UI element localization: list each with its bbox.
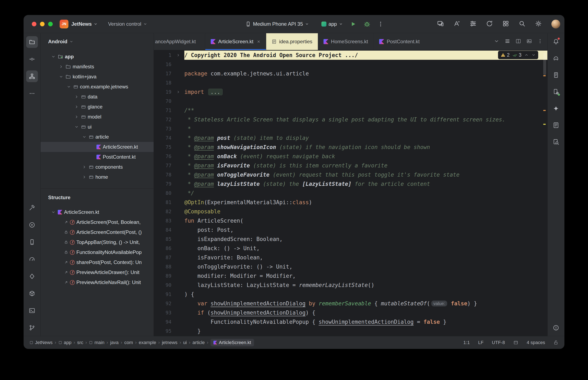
code-line-94[interactable]: 94 FunctionalityNotAvailablePopup { show… [154,317,547,326]
screenshot-button[interactable] [527,38,532,45]
tab-idea.properties[interactable]: idea.properties [266,33,318,50]
bell-button[interactable] [550,36,562,47]
code-line-70[interactable]: 70 [154,96,547,106]
zoom-window-button[interactable] [48,22,53,26]
code-line-82[interactable]: 82@Composable [154,207,547,216]
code-line-73[interactable]: 73 * [154,124,547,133]
sync-button[interactable] [486,20,493,28]
indent-setting[interactable]: 4 spaces [527,340,545,345]
breadcrumb-example[interactable]: example [139,340,156,345]
tab-PostContent.kt[interactable]: PostContent.kt [373,33,425,50]
code-line-84[interactable]: 84 post: Post, [154,225,547,234]
code-line-71[interactable]: 71/** [154,106,547,115]
code-line-77[interactable]: 77 * @param isFavorite (state) is this i… [154,161,547,170]
commit-button[interactable] [26,53,38,65]
code-line-79[interactable]: 79 * @param lazyListState (state) the [L… [154,179,547,189]
cursor-position[interactable]: 1:1 [463,340,470,345]
code-line-86[interactable]: 86 onBack: () -> Unit, [154,244,547,253]
code-line-76[interactable]: 76 * @param onBack (event) request navig… [154,152,547,161]
tree-item-glance[interactable]: glance [41,102,154,112]
ai-assistant-button[interactable] [453,20,460,28]
code-line-1[interactable]: 1/ Copyright 2020 The Android Open Sourc… [154,51,547,60]
breadcrumb-jetnews[interactable]: jetnews [162,340,178,345]
project-widget[interactable]: JetNews [71,21,98,27]
breadcrumb-java[interactable]: java [110,340,119,345]
plugins-button[interactable] [502,20,509,28]
tree-item-data[interactable]: data [41,92,154,102]
device-selector[interactable]: Medium Phone API 35 [245,21,309,27]
hammer-button[interactable] [26,202,38,214]
project-folder-button[interactable] [26,36,38,48]
structure-item-PreviewArticleDrawer(): Unit[interactable]: fPreviewArticleDrawer(): Unit [41,267,154,277]
settings-button[interactable] [535,20,542,28]
tree-item-ArticleScreen.kt[interactable]: ArticleScreen.kt [41,142,154,152]
debug-button[interactable] [364,21,370,27]
code-line-83[interactable]: 83fun ArticleScreen( [154,216,547,225]
tab-anceAppWidget.kt[interactable]: anceAppWidget.kt [154,33,205,50]
tree-item-manifests[interactable]: manifests [41,62,154,72]
structure-item-ArticleScreen(Post, Boolean,[interactable]: fArticleScreen(Post, Boolean, [41,217,154,227]
split-editor-button[interactable] [516,38,521,45]
git-branch-button[interactable] [26,322,38,334]
code-line-72[interactable]: 72 * Stateless Article Screen that displ… [154,115,547,124]
inspection-widget[interactable]: 2 3 [498,51,538,59]
breadcrumb-app[interactable]: app [58,340,72,345]
tree-item-ui[interactable]: ui [41,122,154,132]
device-phone-button[interactable] [26,236,38,248]
minimize-window-button[interactable] [40,22,44,26]
devices-button[interactable] [437,20,444,28]
breadcrumb-ArticleScreen.kt[interactable]: ArticleScreen.kt [210,339,254,346]
structure-item-ArticleScreen.kt[interactable]: ArticleScreen.kt [41,207,154,217]
fold-marker-icon[interactable] [171,90,184,94]
code-line-19[interactable]: 19import ... [154,87,547,96]
tree-item-article[interactable]: article [41,132,154,142]
structure-item-sharePost(Post, Context): Un[interactable]: fsharePost(Post, Context): Un [41,257,154,267]
structure-button[interactable] [26,70,38,82]
tree-item-app[interactable]: app [41,52,154,62]
previous-problem-icon[interactable] [524,53,528,57]
code-line-91[interactable]: 91) { [154,290,547,299]
line-ending[interactable]: LF [478,340,484,345]
run-config-selector[interactable]: app [322,21,343,27]
logcat-button[interactable] [550,119,562,131]
package-box-button[interactable] [26,288,38,299]
device-explorer-button[interactable] [550,69,562,81]
user-avatar[interactable] [551,20,560,28]
chevron-down-button[interactable] [494,38,499,45]
file-encoding[interactable]: UTF-8 [492,340,505,345]
code-line-88[interactable]: 88 onToggleFavorite: () -> Unit, [154,262,547,271]
structure-item-ArticleScreenContent(Post, ()[interactable]: fArticleScreenContent(Post, () [41,227,154,237]
editor-scrollbar[interactable] [543,53,546,75]
code-line-75[interactable]: 75 * @param showNavigationIcon (state) i… [154,143,547,152]
close-window-button[interactable] [32,22,36,26]
gradle-button[interactable] [550,53,562,64]
code-line-89[interactable]: 89 modifier: Modifier = Modifier, [154,271,547,281]
code-line-80[interactable]: 80 */ [154,189,547,198]
tab-HomeScreens.kt[interactable]: HomeScreens.kt [318,33,373,50]
code-line-85[interactable]: 85 isExpandedScreen: Boolean, [154,234,547,244]
filters-button[interactable] [470,20,476,28]
code-line-78[interactable]: 78 * @param onToggleFavorite (event) req… [154,170,547,179]
next-problem-icon[interactable] [531,53,536,57]
tree-item-home[interactable]: home [41,172,154,182]
close-icon[interactable] [257,40,261,43]
tree-item-PostContent.kt[interactable]: PostContent.kt [41,152,154,162]
more-actions-button[interactable] [378,21,384,27]
breadcrumb-JetNews[interactable]: JetNews [29,340,53,345]
structure-item-FunctionalityNotAvailablePop[interactable]: fFunctionalityNotAvailablePop [41,247,154,257]
more-vert-button[interactable] [537,38,543,45]
structure-item-PreviewArticleNavRail(): Unit[interactable]: fPreviewArticleNavRail(): Unit [41,277,154,287]
tree-item-model[interactable]: model [41,112,154,122]
code-line-87[interactable]: 87 isFavorite: Boolean, [154,253,547,262]
tree-item-kotlin+java[interactable]: kotlin+java [41,72,154,82]
breadcrumb-com[interactable]: com [124,340,133,345]
tab-ArticleScreen.kt[interactable]: ArticleScreen.kt [205,33,266,50]
structure-item-TopAppBar(String, () -> Unit,[interactable]: fTopAppBar(String, () -> Unit, [41,237,154,247]
code-line-74[interactable]: 74 * @param post (state) item to display [154,133,547,143]
run-circle-button[interactable] [26,219,38,231]
profiler-gauge-button[interactable] [26,253,38,265]
code-line-93[interactable]: 93 if (showUnimplementedActionDialog) { [154,308,547,317]
search-button[interactable] [519,20,526,28]
gemini-sparkle-button[interactable] [550,103,562,114]
breadcrumb-main[interactable]: main [89,340,104,345]
